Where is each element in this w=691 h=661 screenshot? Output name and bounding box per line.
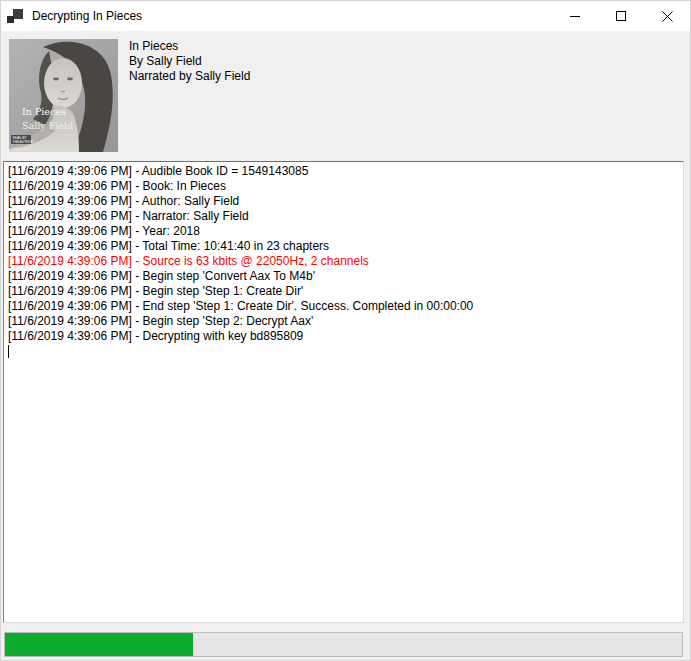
- log-line: [11/6/2019 4:39:06 PM] - End step 'Step …: [8, 299, 679, 314]
- close-button[interactable]: [644, 1, 690, 31]
- log-line: [11/6/2019 4:39:06 PM] - Begin step 'Con…: [8, 269, 679, 284]
- cover-unabridged-text: Unabridged: [13, 147, 32, 151]
- log-line: [11/6/2019 4:39:06 PM] - Year: 2018: [8, 224, 679, 239]
- progress-fill: [5, 633, 193, 656]
- title-bar[interactable]: Decrypting In Pieces: [1, 1, 690, 31]
- window-title: Decrypting In Pieces: [32, 9, 142, 23]
- cover-readby-line2: THE AUTHOR: [13, 140, 34, 144]
- cover-title-text: In Pieces: [22, 106, 66, 117]
- book-info-block: In Pieces By Sally Field Narrated by Sal…: [129, 39, 250, 84]
- caret-line: [8, 344, 679, 359]
- log-line: [11/6/2019 4:39:06 PM] - Book: In Pieces: [8, 179, 679, 194]
- book-cover-image: In Pieces Sally Field READ BY THE AUTHOR…: [9, 39, 118, 152]
- maximize-icon: [616, 11, 626, 21]
- log-line: [11/6/2019 4:39:06 PM] - Decrypting with…: [8, 329, 679, 344]
- book-author-line: By Sally Field: [129, 54, 250, 69]
- cover-author-text: Sally Field: [22, 120, 73, 131]
- log-line: [11/6/2019 4:39:06 PM] - Author: Sally F…: [8, 194, 679, 209]
- text-caret: [8, 345, 9, 358]
- log-line: [11/6/2019 4:39:06 PM] - Total Time: 10:…: [8, 239, 679, 254]
- log-line: [11/6/2019 4:39:06 PM] - Narrator: Sally…: [8, 209, 679, 224]
- minimize-icon: [570, 16, 580, 17]
- book-title: In Pieces: [129, 39, 250, 54]
- book-narrator-line: Narrated by Sally Field: [129, 69, 250, 84]
- log-line: [11/6/2019 4:39:06 PM] - Begin step 'Ste…: [8, 284, 679, 299]
- log-line: [11/6/2019 4:39:06 PM] - Source is 63 kb…: [8, 254, 679, 269]
- maximize-button[interactable]: [598, 1, 644, 31]
- log-textbox[interactable]: [11/6/2019 4:39:06 PM] - Audible Book ID…: [3, 161, 684, 623]
- minimize-button[interactable]: [552, 1, 598, 31]
- app-icon: [7, 8, 23, 24]
- log-line: [11/6/2019 4:39:06 PM] - Begin step 'Ste…: [8, 314, 679, 329]
- decrypt-progress-bar: [4, 632, 683, 657]
- log-line: [11/6/2019 4:39:06 PM] - Audible Book ID…: [8, 164, 679, 179]
- close-icon: [662, 11, 673, 22]
